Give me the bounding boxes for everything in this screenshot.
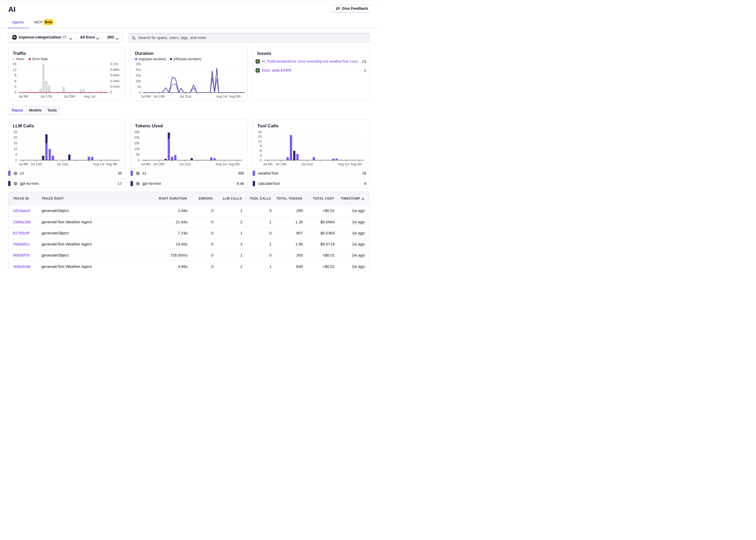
svg-text:0.04%: 0.04% [110, 79, 119, 83]
svg-text:Aug 1st: Aug 1st [93, 162, 104, 166]
svg-text:5: 5 [15, 153, 17, 156]
svg-text:Aug 1st: Aug 1st [216, 162, 227, 166]
svg-text:5k: 5k [136, 153, 140, 156]
svg-text:0.02%: 0.02% [110, 85, 119, 88]
svg-text:0: 0 [110, 91, 112, 94]
svg-text:0: 0 [15, 158, 17, 162]
svg-text:15: 15 [13, 141, 17, 145]
svg-text:Jul 21st: Jul 21st [179, 162, 191, 166]
svg-text:12: 12 [13, 68, 16, 72]
svg-text:Jul 13th: Jul 13th [153, 95, 165, 98]
svg-text:0: 0 [15, 91, 16, 94]
svg-text:3: 3 [15, 85, 16, 88]
svg-text:6: 6 [260, 149, 262, 152]
svg-text:20s: 20s [136, 68, 141, 72]
svg-text:0.06%: 0.06% [110, 73, 119, 77]
svg-text:Aug 1st: Aug 1st [84, 95, 95, 98]
svg-text:Jul 13th: Jul 13th [275, 162, 287, 166]
svg-text:Jul 13th: Jul 13th [153, 162, 164, 166]
svg-text:0: 0 [139, 91, 141, 94]
svg-text:10: 10 [13, 147, 17, 151]
svg-text:9: 9 [260, 144, 262, 148]
svg-text:15s: 15s [136, 73, 141, 77]
svg-text:18: 18 [258, 130, 262, 134]
svg-text:Jul 9th: Jul 9th [19, 162, 28, 166]
svg-text:Jul 9th: Jul 9th [141, 162, 150, 166]
svg-text:Jul 21st: Jul 21st [57, 162, 68, 166]
svg-text:0: 0 [138, 158, 140, 162]
svg-text:Jul 9th: Jul 9th [141, 95, 151, 98]
svg-text:Jul 17th: Jul 17th [41, 95, 52, 98]
svg-text:15: 15 [258, 135, 262, 138]
svg-text:15: 15 [13, 62, 16, 66]
svg-text:Jul 13th: Jul 13th [31, 162, 42, 166]
svg-text:Jul 9th: Jul 9th [19, 95, 28, 98]
svg-text:25k: 25k [134, 130, 140, 134]
svg-text:20: 20 [13, 136, 17, 139]
svg-text:6: 6 [15, 79, 16, 83]
svg-text:15k: 15k [134, 141, 140, 145]
svg-text:Aug 5th: Aug 5th [351, 162, 362, 166]
svg-text:10s: 10s [136, 79, 141, 83]
svg-text:0.08%: 0.08% [110, 68, 119, 72]
svg-text:Aug 5th: Aug 5th [228, 162, 239, 166]
svg-text:12: 12 [258, 139, 262, 143]
svg-text:Aug 1st: Aug 1st [338, 162, 349, 166]
svg-text:0.1%: 0.1% [110, 62, 118, 66]
svg-text:3: 3 [260, 154, 262, 157]
svg-text:Jul 25th: Jul 25th [64, 95, 75, 98]
svg-text:Aug 5th: Aug 5th [106, 162, 117, 166]
svg-text:Aug 5th: Aug 5th [229, 95, 240, 98]
svg-text:10k: 10k [134, 147, 140, 151]
svg-text:Aug 1st: Aug 1st [216, 95, 227, 98]
svg-text:25: 25 [13, 130, 17, 134]
svg-text:25s: 25s [136, 62, 141, 66]
svg-text:5s: 5s [137, 85, 141, 88]
svg-text:Jul 9th: Jul 9th [263, 162, 273, 166]
svg-text:20k: 20k [134, 136, 140, 139]
svg-text:Jul 21st: Jul 21st [301, 162, 313, 166]
svg-text:9: 9 [15, 73, 16, 77]
svg-text:Jul 21st: Jul 21st [180, 95, 191, 98]
svg-text:0: 0 [260, 158, 262, 162]
